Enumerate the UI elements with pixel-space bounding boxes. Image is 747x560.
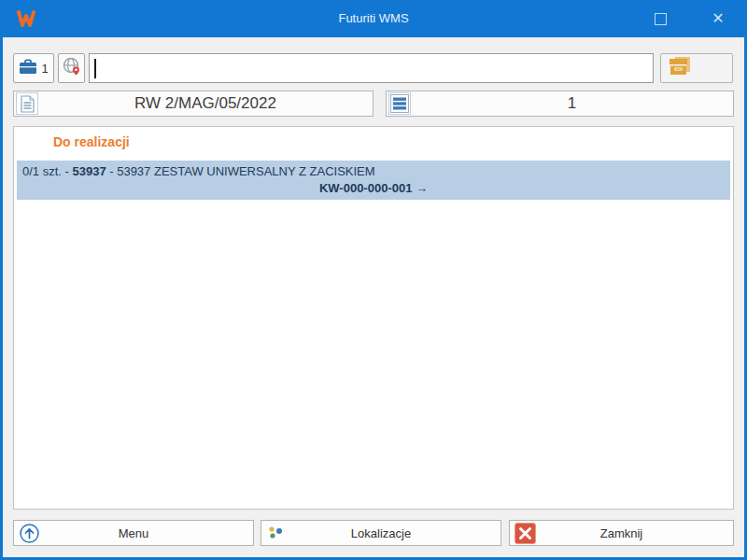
briefcase-icon: [19, 59, 37, 78]
close-window-button[interactable]: ✕: [708, 8, 728, 29]
globe-pin-icon: [62, 56, 82, 80]
close-button-label: Zamknij: [510, 521, 733, 545]
case-count: 1: [41, 62, 48, 76]
position-count: 1: [411, 94, 733, 113]
task-item-description: 0/1 szt. - 53937 - 53937 ZESTAW UNIWERSA…: [22, 163, 725, 180]
app-window: Futuriti WMS ✕ 1: [0, 0, 747, 560]
position-count-field[interactable]: 1: [386, 91, 734, 117]
text-caret: [94, 59, 96, 78]
locations-button-label: Lokalizacje: [261, 521, 500, 545]
scan-input[interactable]: [90, 54, 653, 82]
document-icon: [16, 92, 38, 115]
location-globe-button[interactable]: [58, 53, 85, 83]
locations-button[interactable]: Lokalizacje: [261, 520, 501, 546]
menu-button[interactable]: Menu: [13, 520, 254, 546]
maximize-button[interactable]: [655, 13, 667, 25]
title-bar: Futuriti WMS ✕: [0, 0, 747, 37]
item-code: 53937: [72, 164, 106, 178]
case-button[interactable]: 1: [13, 53, 54, 83]
menu-button-label: Menu: [14, 521, 253, 545]
archive-box-button[interactable]: [660, 53, 733, 83]
task-panel: Do realizacji 0/1 szt. - 53937 - 53937 Z…: [13, 126, 734, 510]
scan-input-wrap: [89, 53, 654, 83]
task-item-location: KW-000-000-001 →: [22, 180, 725, 197]
archive-box-icon: [667, 55, 693, 81]
list-icon: [388, 92, 411, 115]
client-area: 1: [3, 37, 744, 557]
panel-header: Do realizacji: [14, 127, 733, 149]
close-button[interactable]: Zamknij: [509, 520, 734, 546]
task-list-item[interactable]: 0/1 szt. - 53937 - 53937 ZESTAW UNIWERSA…: [17, 161, 730, 200]
document-number-field[interactable]: RW 2/MAG/05/2022: [13, 91, 374, 117]
document-number: RW 2/MAG/05/2022: [38, 94, 373, 113]
window-title: Futuriti WMS: [0, 11, 747, 25]
